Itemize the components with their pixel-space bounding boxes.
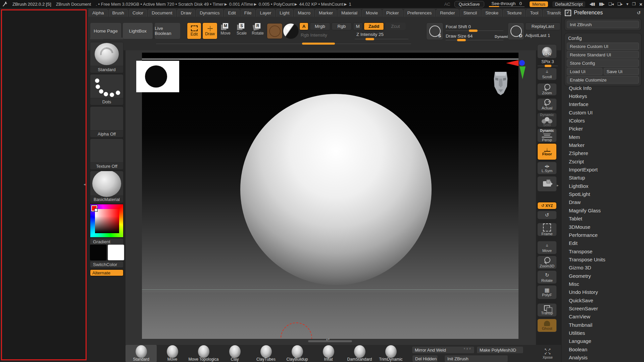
- reset-icon[interactable]: ↺: [637, 10, 641, 15]
- preferences-item[interactable]: QuickSave: [561, 296, 644, 304]
- adjust-last-slider[interactable]: AdjustLast 1: [525, 33, 550, 38]
- menu-item[interactable]: Document: [148, 9, 176, 17]
- brush-tile-clay[interactable]: Clay: [219, 345, 250, 362]
- rotate-mode-button[interactable]: R Rotate: [251, 23, 264, 36]
- lightbox-button[interactable]: LightBox: [122, 22, 153, 39]
- brush-tile-claytubes[interactable]: ClayTubes: [250, 345, 282, 362]
- zcut-button[interactable]: Zcut: [385, 22, 406, 30]
- restore-custom-ui-button[interactable]: Restore Custom UI: [567, 43, 639, 50]
- preferences-item[interactable]: Zscript: [561, 157, 644, 165]
- preferences-item[interactable]: CamView: [561, 313, 644, 321]
- dynamic-brush-button[interactable]: D: [508, 22, 524, 40]
- preferences-item[interactable]: Edit: [561, 239, 644, 247]
- empty-left-tray[interactable]: [1, 9, 87, 360]
- m-button[interactable]: M: [353, 22, 362, 30]
- move-mode-button[interactable]: M Move: [219, 23, 232, 36]
- saturation-value-square[interactable]: [95, 209, 119, 233]
- window-prev-icon[interactable]: ❏◂: [608, 2, 613, 6]
- color-picker[interactable]: [90, 204, 123, 238]
- preferences-item[interactable]: Boolean: [561, 345, 644, 353]
- restore-icon[interactable]: ❐: [632, 2, 635, 6]
- del-hidden-button[interactable]: Del Hidden: [412, 355, 438, 362]
- z-axis-dot-icon[interactable]: [519, 60, 525, 66]
- preferences-item[interactable]: Custom UI: [561, 108, 644, 116]
- preferences-item[interactable]: Performance: [561, 231, 644, 239]
- menu-item[interactable]: File: [241, 9, 255, 17]
- bpr-render-button[interactable]: BPR: [537, 44, 557, 58]
- menu-item[interactable]: Brush: [109, 9, 128, 17]
- brush-tile-standard[interactable]: Standard: [126, 345, 157, 362]
- menu-item[interactable]: Dynamics: [196, 9, 223, 17]
- draw-mode-button[interactable]: -┼- Draw: [202, 22, 217, 39]
- preferences-item[interactable]: Thumbnail: [561, 321, 644, 329]
- camview-head-icon[interactable]: [491, 68, 510, 99]
- menu-item[interactable]: Color: [129, 9, 147, 17]
- current-texture-tile[interactable]: Texture Off: [90, 139, 123, 170]
- y-axis-cone-icon[interactable]: [519, 66, 526, 79]
- brush-tile-inflat[interactable]: Inflat: [313, 345, 344, 362]
- menu-item[interactable]: Layer: [256, 9, 275, 17]
- edit-mode-button[interactable]: Edit: [187, 22, 201, 39]
- color-a-button[interactable]: A: [299, 22, 308, 30]
- menu-item[interactable]: Render: [436, 9, 458, 17]
- xpose-button[interactable]: ↖↗ ↙↘ Xpose: [540, 346, 555, 361]
- menu-item[interactable]: Material: [338, 9, 361, 17]
- preferences-item[interactable]: Quick Info: [561, 84, 644, 92]
- enable-customize-button[interactable]: Enable Customize: [567, 76, 639, 84]
- menu-item[interactable]: Light: [276, 9, 293, 17]
- ghost-button[interactable]: Ghost: [537, 319, 557, 332]
- document[interactable]: [142, 53, 518, 339]
- preferences-item[interactable]: ImportExport: [561, 165, 644, 173]
- make-polymesh3d-button[interactable]: Make PolyMesh3D: [477, 346, 524, 354]
- replay-last-button[interactable]: ReplayLast: [525, 22, 560, 30]
- menu-item[interactable]: Macro: [294, 9, 314, 17]
- quicksave-button[interactable]: QuickSave: [454, 1, 484, 7]
- canvas-hscrollbar-handle[interactable]: [308, 340, 352, 342]
- preferences-item[interactable]: Interface: [561, 100, 644, 108]
- menu-item[interactable]: Movie: [362, 9, 382, 17]
- load-ui-button[interactable]: Load Ui: [567, 68, 602, 75]
- frame-button[interactable]: Frame: [537, 223, 557, 236]
- menu-item[interactable]: Texture: [503, 9, 525, 17]
- z-intensity-handle[interactable]: [365, 38, 374, 40]
- preferences-item[interactable]: 3DMouse: [561, 223, 644, 231]
- dynamic-solo-button[interactable]: Dynamic Solo: [537, 113, 557, 127]
- gradient-button[interactable]: Gradient: [90, 238, 123, 245]
- init-zbrush-button[interactable]: Init ZBrush: [567, 21, 639, 28]
- preferences-item[interactable]: ZSphere: [561, 149, 644, 157]
- focal-shift-slider[interactable]: Focal Shift 0: [446, 24, 471, 29]
- save-ui-button[interactable]: Save Ui: [604, 68, 639, 75]
- preferences-item[interactable]: Undo History: [561, 288, 644, 296]
- preferences-item[interactable]: Picker: [561, 125, 644, 133]
- zoom3d-button[interactable]: Zoom3D: [537, 256, 557, 269]
- rgb-intensity-slider[interactable]: Rgb Intensity: [301, 33, 327, 38]
- preferences-item[interactable]: Mem: [561, 133, 644, 141]
- menus-button[interactable]: Menus: [529, 1, 548, 7]
- preferences-item[interactable]: Language: [561, 337, 644, 345]
- preferences-item[interactable]: Startup: [561, 174, 644, 182]
- shelf-scrollbar-handle[interactable]: [302, 43, 335, 45]
- menu-item[interactable]: Tool: [526, 9, 542, 17]
- pin-checkbox-icon[interactable]: ✓: [565, 10, 571, 16]
- rgb-button[interactable]: Rgb: [332, 22, 352, 30]
- restore-standard-ui-button[interactable]: Restore Standard UI: [567, 51, 639, 58]
- minimize-icon[interactable]: ▾: [626, 2, 628, 6]
- rotate-3d-button[interactable]: ↻ Rotate: [537, 270, 557, 284]
- brush-tile-move[interactable]: Move: [157, 345, 188, 362]
- zoom-button[interactable]: Zoom: [537, 83, 557, 96]
- preferences-item[interactable]: Transpose: [561, 247, 644, 255]
- z-intensity-track[interactable]: [355, 39, 408, 39]
- spix-handle[interactable]: [545, 65, 551, 67]
- z-intensity-slider[interactable]: Z Intensity 25: [356, 32, 384, 37]
- store-config-button[interactable]: Store Config: [567, 59, 639, 67]
- brush-tile-claybuildup[interactable]: ClayBuildup: [282, 345, 313, 362]
- transparency-button[interactable]: Transp: [537, 303, 557, 317]
- focal-shift-handle[interactable]: [469, 30, 478, 32]
- zadd-button[interactable]: Zadd: [364, 22, 384, 30]
- init-zbrush-tray-button[interactable]: Init ZBrush: [444, 355, 508, 362]
- spix-slider[interactable]: SPix 3: [536, 59, 559, 64]
- preferences-item[interactable]: Marker: [561, 141, 644, 149]
- menu-item[interactable]: Preferences: [404, 9, 436, 17]
- live-boolean-button[interactable]: Live Boolean: [154, 22, 181, 39]
- current-stroke-tile[interactable]: Dots: [90, 74, 123, 105]
